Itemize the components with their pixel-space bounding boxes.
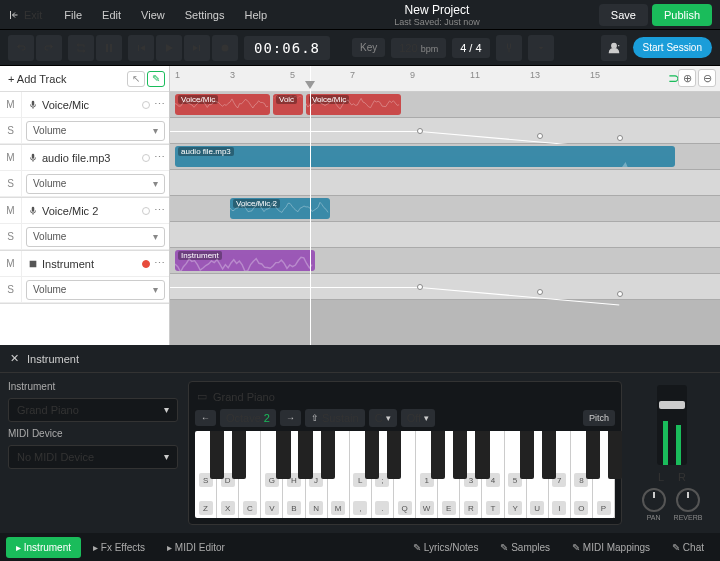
dropdown-button[interactable] xyxy=(528,35,554,61)
timecode-display[interactable]: 00:06.8 xyxy=(244,36,330,60)
menu-settings[interactable]: Settings xyxy=(177,5,233,25)
instrument-select[interactable]: Grand Piano xyxy=(8,398,178,422)
solo-button[interactable]: S xyxy=(0,277,22,302)
piano-black-key[interactable] xyxy=(387,431,401,479)
playhead[interactable] xyxy=(310,66,311,345)
pitch-button[interactable]: Pitch xyxy=(583,410,615,426)
piano-black-key[interactable] xyxy=(453,431,467,479)
bottom-tab-lyric--note-[interactable]: ✎ Lyrics/Notes xyxy=(403,537,488,558)
arm-record-button[interactable] xyxy=(142,207,150,215)
arranger-lane[interactable] xyxy=(170,274,720,300)
bottom-tab--ample-[interactable]: ✎ Samples xyxy=(490,537,560,558)
arranger-lane[interactable] xyxy=(170,118,720,144)
piano-keyboard[interactable]: SZDXCGVHBJNML,;.Q1WE3R4T5YU7I8OP xyxy=(195,431,615,518)
solo-button[interactable]: S xyxy=(0,224,22,249)
volume-select[interactable]: Volume xyxy=(26,280,165,300)
redo-button[interactable] xyxy=(36,35,62,61)
menu-edit[interactable]: Edit xyxy=(94,5,129,25)
zoom-in-button[interactable]: ⊕ xyxy=(678,69,696,87)
volume-select[interactable]: Volume xyxy=(26,174,165,194)
key-selector[interactable]: Key xyxy=(352,38,385,57)
instrument-panel-header[interactable]: ✕ Instrument xyxy=(0,345,720,373)
bottom-tab-midi editor[interactable]: ▸ MIDI Editor xyxy=(157,537,235,558)
track-menu-button[interactable]: ⋯ xyxy=(150,204,169,217)
audio-clip[interactable]: Voice/Mic 2 xyxy=(230,198,330,219)
track-name[interactable]: Voice/Mic 2 xyxy=(22,205,142,217)
arranger-lane[interactable]: audio file.mp3 xyxy=(170,144,720,170)
audio-clip[interactable]: audio file.mp3 xyxy=(175,146,675,167)
exit-button[interactable]: Exit xyxy=(8,9,42,21)
piano-black-key[interactable] xyxy=(321,431,335,479)
track-name[interactable]: Instrument xyxy=(22,258,142,270)
solo-button[interactable]: S xyxy=(0,118,22,143)
bpm-selector[interactable]: 120 bpm xyxy=(391,38,446,58)
track-name[interactable]: Voice/Mic xyxy=(22,99,142,111)
octave-up-button[interactable]: → xyxy=(280,410,301,426)
timeline-ruler[interactable]: 13579111315 ⊃ ⊕ ⊖ xyxy=(170,66,720,92)
record-button[interactable] xyxy=(212,35,238,61)
skip-fwd-button[interactable] xyxy=(184,35,210,61)
volume-select[interactable]: Volume xyxy=(26,121,165,141)
track-menu-button[interactable]: ⋯ xyxy=(150,98,169,111)
midi-device-select[interactable]: No MIDI Device xyxy=(8,445,178,469)
track-name[interactable]: audio file.mp3 xyxy=(22,152,142,164)
metronome-button[interactable] xyxy=(96,35,122,61)
piano-black-key[interactable] xyxy=(298,431,312,479)
pan-knob[interactable] xyxy=(642,488,666,512)
mute-button[interactable]: M xyxy=(0,145,22,170)
undo-button[interactable] xyxy=(8,35,34,61)
note-select[interactable]: C ▾ xyxy=(369,409,397,427)
menu-file[interactable]: File xyxy=(56,5,90,25)
arm-record-button[interactable] xyxy=(142,101,150,109)
piano-black-key[interactable] xyxy=(431,431,445,479)
volume-meter[interactable] xyxy=(657,385,687,465)
close-icon[interactable]: ✕ xyxy=(10,352,19,365)
save-button[interactable]: Save xyxy=(599,4,648,26)
audio-clip[interactable]: Voice/Mic xyxy=(175,94,270,115)
bottom-tab-chat[interactable]: ✎ Chat xyxy=(662,537,714,558)
skip-back-button[interactable] xyxy=(128,35,154,61)
arranger-lane[interactable]: Voice/MicVoicVoice/Mic xyxy=(170,92,720,118)
piano-black-key[interactable] xyxy=(520,431,534,479)
piano-black-key[interactable] xyxy=(542,431,556,479)
timesig-selector[interactable]: 4 / 4 xyxy=(452,38,489,58)
zoom-out-button[interactable]: ⊖ xyxy=(698,69,716,87)
play-button[interactable] xyxy=(156,35,182,61)
invite-user-button[interactable] xyxy=(601,35,627,61)
piano-black-key[interactable] xyxy=(276,431,290,479)
piano-black-key[interactable] xyxy=(210,431,224,479)
menu-view[interactable]: View xyxy=(133,5,173,25)
volume-select[interactable]: Volume xyxy=(26,227,165,247)
sustain-button[interactable]: ⇧ Sustain xyxy=(305,409,365,427)
arranger-lane[interactable] xyxy=(170,170,720,196)
bottom-tab-fx effects[interactable]: ▸ Fx Effects xyxy=(83,537,155,558)
bottom-tab-midi mapping-[interactable]: ✎ MIDI Mappings xyxy=(562,537,660,558)
reverb-knob[interactable] xyxy=(676,488,700,512)
audio-clip[interactable]: Voice/Mic xyxy=(306,94,401,115)
octave-down-button[interactable]: ← xyxy=(195,410,216,426)
piano-black-key[interactable] xyxy=(232,431,246,479)
tuning-fork-button[interactable] xyxy=(496,35,522,61)
arm-record-button[interactable] xyxy=(142,154,150,162)
mute-button[interactable]: M xyxy=(0,251,22,276)
menu-help[interactable]: Help xyxy=(236,5,275,25)
piano-black-key[interactable] xyxy=(365,431,379,479)
off-select[interactable]: Off ▾ xyxy=(401,409,435,427)
arranger-lane[interactable]: Voice/Mic 2 xyxy=(170,196,720,222)
piano-black-key[interactable] xyxy=(586,431,600,479)
piano-black-key[interactable] xyxy=(475,431,489,479)
track-menu-button[interactable]: ⋯ xyxy=(150,151,169,164)
publish-button[interactable]: Publish xyxy=(652,4,712,26)
arranger-lane[interactable]: Instrument xyxy=(170,248,720,274)
loop-button[interactable] xyxy=(68,35,94,61)
mute-button[interactable]: M xyxy=(0,198,22,223)
arm-record-button[interactable] xyxy=(142,260,150,268)
arranger-lane[interactable] xyxy=(170,222,720,248)
tool-draw[interactable]: ✎ xyxy=(147,71,165,87)
piano-black-key[interactable] xyxy=(608,431,622,479)
bottom-tab-instrument[interactable]: ▸ Instrument xyxy=(6,537,81,558)
mute-button[interactable]: M xyxy=(0,92,22,117)
start-session-button[interactable]: Start Session xyxy=(633,37,712,58)
tool-pointer[interactable]: ↖ xyxy=(127,71,145,87)
add-track-button[interactable]: + Add Track ↖ ✎ xyxy=(0,66,169,92)
